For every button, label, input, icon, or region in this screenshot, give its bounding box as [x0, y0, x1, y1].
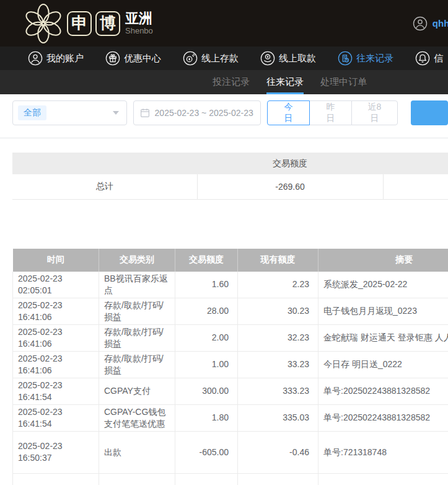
cell-amount: 1.80 [175, 404, 238, 431]
cell-type: BB视讯百家乐返点 [99, 272, 175, 298]
tab-pending-orders[interactable]: 处理中订单 [320, 70, 367, 94]
cell-amount: 1.00 [175, 351, 238, 378]
table-row: 2025-02-23 02:05:01 BB视讯百家乐返点 1.60 2.23 … [13, 272, 448, 298]
cell-type: 存款/取款/打码/损益 [99, 298, 175, 324]
quick-date-button-group: 今日 昨日 近8日 [267, 100, 398, 125]
withdraw-hand-coin-icon [260, 51, 275, 66]
date-range-value: 2025-02-23 ~ 2025-02-23 [155, 108, 253, 118]
deposit-coin-icon [183, 51, 198, 66]
records-icon [338, 51, 353, 66]
records-header-row: 时间 交易类别 交易额度 现有额度 摘要 [13, 249, 448, 272]
cell-time: 2025-02-23 02:05:01 [13, 272, 99, 298]
cell-time: 2025-02-23 16:41:54 [13, 378, 99, 404]
summary-header-row: 交易额度 [12, 153, 448, 174]
cell-type: 存款/取款/打码/损益 [99, 351, 175, 378]
cell-note: 单号:202502243881328582 [318, 404, 448, 431]
cell-time: 2025-02-23 16:50:37 [13, 473, 99, 485]
summary-table: 交易额度 总计 -269.60 [12, 153, 448, 200]
cell-amount: 2.00 [175, 324, 238, 351]
summary-header-amount: 交易额度 [197, 153, 383, 174]
nav-item-online-withdraw[interactable]: 线上取款 [260, 51, 316, 66]
main-navigation: 我的账户 优惠中心 线上存款 线上取款 [0, 47, 448, 70]
cell-balance: 333.23 [238, 378, 318, 404]
col-header-balance: 现有额度 [238, 249, 318, 272]
search-button[interactable] [411, 100, 448, 125]
category-select[interactable]: 全部 [12, 100, 127, 125]
table-row: 2025-02-23 16:50:37 CGPAY出款优惠 1.00 0.53 … [13, 473, 448, 485]
cell-balance: 2.23 [238, 272, 318, 298]
nav-item-messages[interactable]: 信 [415, 51, 443, 66]
last-8-days-button[interactable]: 近8日 [351, 100, 398, 125]
cell-amount: 28.00 [175, 298, 238, 324]
records-table: 时间 交易类别 交易额度 现有额度 摘要 2025-02-23 02:05:01… [12, 249, 448, 485]
cell-note: 单号:721318748 [318, 473, 448, 485]
nav-label: 线上存款 [201, 53, 239, 65]
chevron-down-icon [113, 111, 119, 115]
cell-time: 2025-02-23 16:41:54 [13, 404, 99, 431]
logo-char-shen: 申 [67, 11, 92, 36]
filter-bar: 全部 2025-02-23 ~ 2025-02-23 今日 昨日 近8日 [0, 94, 448, 125]
username-text[interactable]: qhhw [433, 18, 448, 29]
cell-balance: 32.23 [238, 324, 318, 351]
table-row: 2025-02-23 16:41:54 CGPAY支付 300.00 333.2… [13, 378, 448, 404]
cell-amount: 300.00 [175, 378, 238, 404]
cell-type: CGPAY支付 [99, 378, 175, 404]
nav-label: 我的账户 [46, 53, 84, 65]
gift-icon [105, 51, 120, 66]
table-row: 2025-02-23 16:41:54 CGPAY-CG钱包支付笔笔送优惠 1.… [13, 404, 448, 431]
nav-label: 往来记录 [356, 53, 393, 65]
bell-icon [415, 51, 430, 66]
col-header-time: 时间 [13, 249, 99, 272]
cell-type: 存款/取款/打码/损益 [99, 324, 175, 351]
user-account-area[interactable]: qhhw [413, 0, 448, 47]
table-row: 2025-02-23 16:50:37 出款 -605.00 -0.46 单号:… [13, 431, 448, 473]
logo-char-bo: 博 [95, 11, 120, 36]
logo-wordmark: 亚洲 Shenbo [125, 11, 153, 35]
cell-type: CGPAY-CG钱包支付笔笔送优惠 [99, 404, 175, 431]
cell-balance: -0.46 [238, 431, 318, 473]
nav-label: 优惠中心 [124, 53, 161, 65]
date-range-input[interactable]: 2025-02-23 ~ 2025-02-23 [133, 100, 261, 125]
record-tabs: 投注记录 往来记录 处理中订单 [0, 70, 448, 94]
tab-transaction-records[interactable]: 往来记录 [266, 70, 304, 94]
yesterday-button[interactable]: 昨日 [309, 100, 352, 125]
category-selected-tag[interactable]: 全部 [18, 105, 46, 120]
cell-time: 2025-02-23 16:41:06 [13, 298, 99, 324]
cell-amount: 1.60 [175, 272, 238, 298]
summary-header-empty [383, 153, 448, 174]
cell-note: 单号:721318748 [318, 431, 448, 473]
cell-note: 金蛇献瑞 财运通天 登录钜惠 人人皆 [318, 324, 448, 351]
logo-region-text: 亚洲 [125, 11, 153, 25]
nav-item-transaction-records[interactable]: 往来记录 [338, 51, 393, 66]
nav-item-promotions[interactable]: 优惠中心 [105, 51, 161, 66]
cell-amount: 1.00 [175, 473, 238, 485]
user-avatar-icon [413, 16, 428, 31]
cell-note: 系统派发_2025-02-22 [318, 272, 448, 298]
table-row: 2025-02-23 16:41:06 存款/取款/打码/损益 28.00 30… [13, 298, 448, 324]
cell-balance: 30.23 [238, 298, 318, 324]
table-row: 2025-02-23 16:41:06 存款/取款/打码/损益 2.00 32.… [13, 324, 448, 351]
cell-type: CGPAY出款优惠 [99, 473, 175, 485]
today-button[interactable]: 今日 [267, 100, 310, 125]
cell-balance: 335.03 [238, 404, 318, 431]
tab-betting-records[interactable]: 投注记录 [213, 70, 250, 94]
cell-note: 单号:202502243881328582 [318, 378, 448, 404]
logo-latin-text: Shenbo [125, 26, 153, 35]
cell-balance: 0.53 [238, 473, 318, 485]
col-header-note: 摘要 [318, 249, 448, 272]
nav-item-my-account[interactable]: 我的账户 [28, 51, 84, 66]
cell-balance: 33.23 [238, 351, 318, 378]
nav-label: 信 [434, 53, 443, 65]
cell-note: 今日存 明日送_0222 [318, 351, 448, 378]
summary-empty-cell [383, 174, 448, 199]
cell-time: 2025-02-23 16:41:06 [13, 351, 99, 378]
col-header-type: 交易类别 [99, 249, 175, 272]
calendar-icon [140, 108, 150, 118]
col-header-amount: 交易额度 [175, 249, 238, 272]
cell-time: 2025-02-23 16:41:06 [13, 324, 99, 351]
account-icon [28, 51, 43, 66]
nav-item-online-deposit[interactable]: 线上存款 [183, 51, 239, 66]
cell-type: 出款 [99, 431, 175, 473]
lotus-logo-icon [22, 2, 64, 45]
summary-total-value: -269.60 [197, 174, 383, 199]
